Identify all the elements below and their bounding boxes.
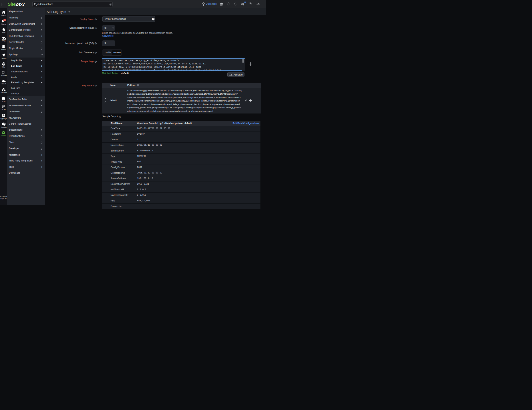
svg-text:12: 12 [4, 19, 6, 21]
svg-text:*: * [152, 18, 153, 20]
